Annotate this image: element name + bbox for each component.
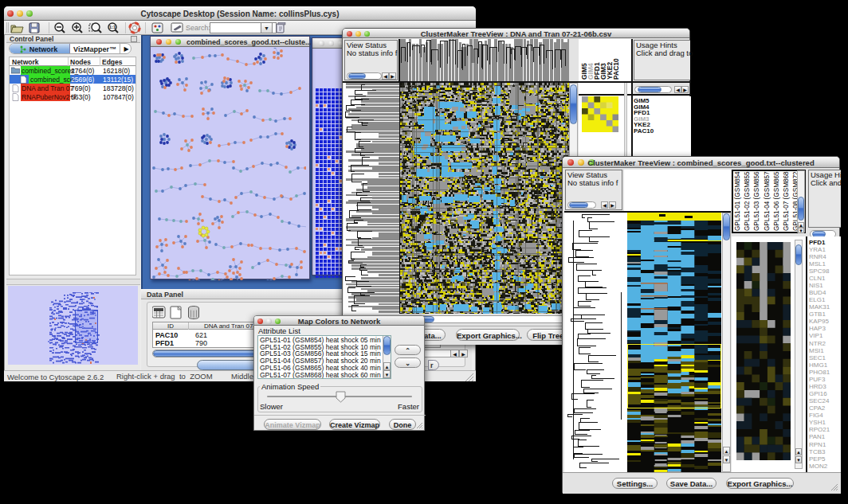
svg-text:1:1: 1:1 bbox=[109, 25, 116, 29]
svg-text:GPL51-06 (GSM865): GPL51-06 (GSM865) bbox=[773, 171, 780, 231]
svg-text:GPL51-02 (GSM855): GPL51-02 (GSM855) bbox=[744, 171, 751, 231]
svg-text:GPL51-01 (GSM854): GPL51-01 (GSM854) bbox=[734, 171, 741, 231]
svg-text:GPL51-07 (GSM868): GPL51-07 (GSM868) bbox=[783, 171, 790, 231]
svg-text:PAC10: PAC10 bbox=[612, 58, 620, 80]
svg-text:GPL51-03 (GSM856): GPL51-03 (GSM856) bbox=[753, 171, 760, 231]
svg-text:GPL51-04 (GSM857): GPL51-04 (GSM857) bbox=[764, 171, 771, 231]
